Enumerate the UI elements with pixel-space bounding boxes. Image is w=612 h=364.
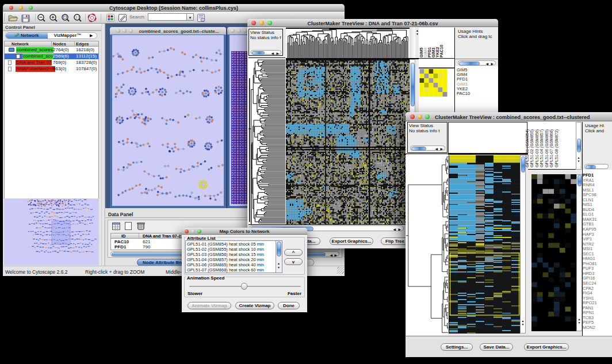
svg-text:1:1: 1:1 — [75, 16, 80, 19]
